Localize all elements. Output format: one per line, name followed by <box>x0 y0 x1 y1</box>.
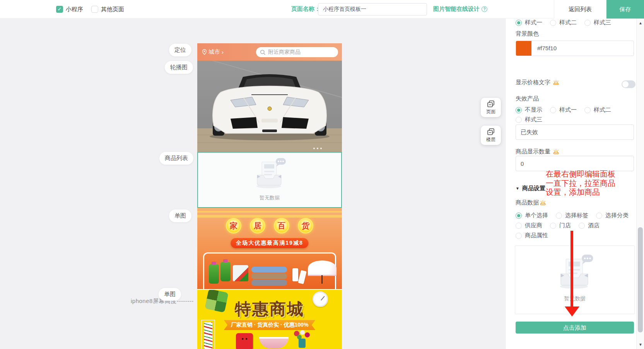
coin-char: 百 <box>274 218 289 233</box>
invalid-radio-group-row2: 样式三 <box>516 116 542 123</box>
single-image-banner-1[interactable]: 家 居 百 货 全场大优惠最高满19减8 <box>197 208 342 289</box>
radio-invalid-hide[interactable]: 不显示 <box>516 106 542 114</box>
style-radio-group: 样式一 样式二 样式三 <box>516 19 611 26</box>
banner1-products-panel <box>203 252 336 289</box>
detergent-bottle <box>209 264 219 284</box>
radio-select-tag[interactable]: 选择标签 <box>556 212 588 219</box>
flowers-decor <box>291 330 314 348</box>
settings-panel: 样式一 样式二 样式三 背景颜色 #f75f10 显示价格文字 失效产品 不显示… <box>505 19 636 349</box>
alarm-icon <box>540 199 546 206</box>
invalid-product-label: 失效产品 <box>516 95 539 102</box>
product-list-empty-text: 暂无数据 <box>198 194 341 201</box>
towel <box>251 273 287 279</box>
add-product-button[interactable]: 点击添加 <box>516 322 634 334</box>
banner1-promo-text: 全场大优惠最高满19减8 <box>231 238 308 248</box>
display-count-input[interactable] <box>516 156 634 171</box>
product-data-empty-text: 暂无数据 <box>515 295 634 302</box>
save-button[interactable]: 保存 <box>606 0 644 19</box>
page-name-input[interactable] <box>318 3 427 15</box>
carousel-indicator-dots <box>313 148 322 149</box>
phone-header-location-bar[interactable]: 城市 › 附近商家商品 <box>197 43 342 61</box>
detergent-bottle <box>220 262 231 281</box>
search-input[interactable]: 附近商家商品 <box>256 47 338 57</box>
component-label-single-image-2[interactable]: 单图 <box>159 288 181 301</box>
toothpaste <box>292 268 298 281</box>
coin-char: 居 <box>250 218 265 233</box>
city-selector[interactable]: 城市 › <box>202 48 224 56</box>
back-to-list-button[interactable]: 返回列表 <box>554 0 606 19</box>
floor-layers-label: 楼层 <box>486 136 495 143</box>
alarm-icon <box>553 79 559 86</box>
data-source-group-row3: 商品属性 <box>516 232 548 239</box>
bg-color-input[interactable]: #f75f10 <box>516 41 634 56</box>
scrollbar-thumb[interactable] <box>638 227 643 332</box>
radio-supplier[interactable]: 供应商 <box>516 222 542 229</box>
radio-single-select[interactable]: 单个选择 <box>516 212 548 219</box>
toothpaste <box>298 270 307 284</box>
chevron-right-icon: › <box>222 49 224 55</box>
carousel-banner[interactable] <box>197 61 342 152</box>
data-source-group-row2: 供应商 门店 酒店 <box>516 222 600 229</box>
location-pin-icon <box>202 49 207 55</box>
radio-invalid-style-3[interactable]: 样式三 <box>516 116 542 123</box>
bg-color-value: #f75f10 <box>537 45 557 51</box>
banner2-subtitle-ribbon: 厂家直销 · 货真价实 · 优惠100% <box>224 320 316 330</box>
scrollbar-up-arrow[interactable]: ▲ <box>637 21 644 25</box>
radio-style-3[interactable]: 样式三 <box>584 19 611 26</box>
page-scrollbar[interactable]: ▲ ▼ <box>636 19 644 349</box>
invalid-text-input[interactable] <box>516 124 634 140</box>
radio-invalid-style-1[interactable]: 样式一 <box>550 106 577 114</box>
radio-store[interactable]: 门店 <box>550 222 571 229</box>
top-toolbar: ✓ 小程序 其他页面 页面名称： 图片智能在线设计? 返回列表 保存 <box>0 0 644 19</box>
page-name-label: 页面名称： <box>291 5 320 13</box>
page-layers-button[interactable]: 页面 <box>481 98 501 117</box>
page-editor-app: ✓ 小程序 其他页面 页面名称： 图片智能在线设计? 返回列表 保存 定位 轮播… <box>0 0 644 349</box>
bowls-decor <box>259 337 289 349</box>
page-layers-label: 页面 <box>486 109 495 115</box>
layers-icon <box>487 100 495 108</box>
alarm-icon <box>553 148 559 155</box>
detergent-pack <box>233 265 248 281</box>
component-label-carousel[interactable]: 轮播图 <box>165 61 193 74</box>
mini-program-checkbox[interactable]: ✓ <box>56 6 63 13</box>
display-count-label-row: 商品显示数量 <box>516 148 559 155</box>
empty-inbox-icon <box>555 254 595 290</box>
radio-style-1[interactable]: 样式一 <box>516 19 542 26</box>
other-pages-checkbox-label[interactable]: 其他页面 <box>101 6 124 13</box>
bg-color-label: 背景颜色 <box>516 30 539 37</box>
editor-canvas: 定位 轮播图 商品列表 单图 iphone8屏幕高度-------- 单图 页面… <box>0 19 505 349</box>
radio-style-2[interactable]: 样式二 <box>550 19 577 26</box>
color-swatch[interactable] <box>516 41 531 56</box>
radio-invalid-style-2[interactable]: 样式二 <box>584 106 611 114</box>
smart-design-link[interactable]: 图片智能在线设计 <box>433 5 480 12</box>
layers-icon <box>487 128 495 136</box>
other-pages-checkbox[interactable] <box>91 6 98 13</box>
phone-preview: 城市 › 附近商家商品 <box>197 43 342 349</box>
component-label-single-image-1[interactable]: 单图 <box>169 209 191 222</box>
banner1-coins: 家 居 百 货 <box>197 218 342 233</box>
mini-program-checkbox-label[interactable]: 小程序 <box>66 6 83 13</box>
empty-inbox-icon <box>252 158 287 189</box>
radio-select-category[interactable]: 选择分类 <box>596 212 629 219</box>
product-data-empty-box: 暂无数据 <box>515 245 635 314</box>
component-label-product-list[interactable]: 商品列表 <box>159 152 193 165</box>
robot-decor <box>236 333 253 349</box>
umbrella <box>308 260 337 276</box>
single-image-banner-2[interactable]: 特惠商城 厂家直销 · 货真价实 · 优惠100% <box>197 290 342 349</box>
product-settings-section-header[interactable]: ▼ 商品设置 <box>516 185 545 192</box>
show-price-toggle[interactable] <box>622 80 635 88</box>
floor-layers-button[interactable]: 楼层 <box>481 126 501 145</box>
radio-product-attribute[interactable]: 商品属性 <box>516 232 548 239</box>
radio-hotel[interactable]: 酒店 <box>579 222 600 229</box>
towel <box>251 267 287 272</box>
help-icon[interactable]: ? <box>482 6 487 12</box>
search-icon <box>260 49 266 55</box>
smart-design-link-wrap: 图片智能在线设计? <box>433 5 487 13</box>
banner2-title: 特惠商城 <box>197 298 342 320</box>
data-source-group-row1: 单个选择 选择标签 选择分类 <box>516 212 629 219</box>
invalid-radio-group-row1: 不显示 样式一 样式二 <box>516 106 611 114</box>
show-price-label-row: 显示价格文字 <box>516 79 559 86</box>
scrollbar-down-arrow[interactable]: ▼ <box>637 342 644 347</box>
component-label-position[interactable]: 定位 <box>169 44 191 56</box>
product-list-component-selected[interactable]: 暂无数据 <box>197 152 342 208</box>
